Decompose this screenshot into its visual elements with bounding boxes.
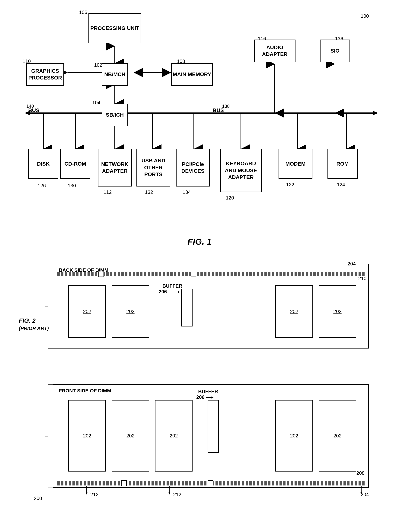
ref-132: 132 xyxy=(145,189,153,195)
ref-210: 210 xyxy=(358,276,366,281)
svg-marker-37 xyxy=(86,492,88,494)
ref-108: 108 xyxy=(177,58,185,64)
front-left-brace xyxy=(44,384,55,488)
ref-138: 138 xyxy=(222,104,230,109)
page: 100 PROCESSING UNIT 106 NB/MCH 102 MAIN … xyxy=(0,0,399,532)
back-notch-right xyxy=(191,272,196,277)
front-chip-4: 202 xyxy=(275,400,313,472)
front-chip-3: 202 xyxy=(155,400,193,472)
ref-126: 126 xyxy=(38,183,46,189)
svg-marker-39 xyxy=(168,492,171,494)
ref-122: 122 xyxy=(286,182,294,188)
buffer-label-front: BUFFER xyxy=(198,389,218,394)
svg-marker-31 xyxy=(178,291,179,293)
ref-200: 200 xyxy=(34,495,42,501)
back-chip-2: 202 xyxy=(112,285,149,338)
cd-rom-box: CD-ROM xyxy=(60,149,90,179)
ref-110: 110 xyxy=(23,58,31,64)
fig1-label: FIG. 1 xyxy=(187,237,212,247)
ref-208: 208 xyxy=(356,470,365,476)
modem-box: MODEM xyxy=(279,149,313,179)
rom-box: ROM xyxy=(327,149,358,179)
front-chip-5: 202 xyxy=(319,400,356,472)
main-memory-box: MAIN MEMORY xyxy=(171,63,213,86)
audio-adapter-box: AUDIO ADAPTER xyxy=(254,39,295,62)
ref-106: 106 xyxy=(79,9,87,15)
ref-124: 124 xyxy=(337,182,345,188)
ref-204-top: 204 xyxy=(348,261,356,267)
ref-116: 116 xyxy=(258,36,266,42)
keyboard-mouse-box: KEYBOARD AND MOUSE ADAPTER xyxy=(220,149,262,192)
ref-130: 130 xyxy=(68,183,76,189)
ref-134: 134 xyxy=(183,189,191,195)
buffer-label-back: BUFFER xyxy=(162,283,182,289)
back-notch-left xyxy=(98,272,104,277)
svg-marker-33 xyxy=(212,396,213,399)
sb-ich-box: SB/ICH xyxy=(102,104,128,126)
buffer-ref-back: 206 xyxy=(159,289,179,295)
ref-136: 136 xyxy=(335,36,343,42)
usb-ports-box: USB AND OTHER PORTS xyxy=(136,149,170,186)
fig2-bottom-arrows xyxy=(53,484,369,499)
network-adapter-box: NETWORK ADAPTER xyxy=(98,149,132,186)
back-left-brace xyxy=(44,264,55,348)
ref-104: 104 xyxy=(92,100,100,106)
sio-box: SIO xyxy=(320,39,350,62)
back-chip-4: 202 xyxy=(319,285,356,338)
ref-112: 112 xyxy=(104,189,112,195)
front-buffer-chip xyxy=(208,400,219,453)
nb-mch-box: NB/MCH xyxy=(102,63,128,86)
fig1-diagram: 100 PROCESSING UNIT 106 NB/MCH 102 MAIN … xyxy=(15,7,384,249)
ref-140: 140 xyxy=(26,104,34,109)
svg-marker-15 xyxy=(373,111,378,115)
front-chip-1: 202 xyxy=(68,400,106,472)
graphics-processor-box: GRAPHICS PROCESSOR xyxy=(26,63,64,86)
front-side-label: FRONT SIDE OF DIMM xyxy=(59,388,111,394)
svg-marker-41 xyxy=(360,492,362,494)
back-chip-3: 202 xyxy=(275,285,313,338)
processing-unit-box: PROCESSING UNIT xyxy=(88,13,141,43)
back-dimm-board: BACK SIDE OF DIMM // Will be rendered vi… xyxy=(53,264,369,348)
front-dimm-board: FRONT SIDE OF DIMM 202 202 202 BUFFER 20… xyxy=(53,384,369,488)
ref-102: 102 xyxy=(94,62,102,68)
pci-devices-box: PCI/PCIe DEVICES xyxy=(176,149,210,186)
buffer-ref-front: 206 xyxy=(196,394,213,400)
back-chip-1: 202 xyxy=(68,285,106,338)
fig2-diagram: FIG. 2 (PRIOR ART) BACK SIDE OF DIMM // … xyxy=(15,260,384,505)
ref-100: 100 xyxy=(361,13,369,19)
disk-box: DISK xyxy=(28,149,58,179)
back-buffer-chip xyxy=(181,289,193,326)
ref-120: 120 xyxy=(226,195,234,201)
front-chip-2: 202 xyxy=(112,400,149,472)
